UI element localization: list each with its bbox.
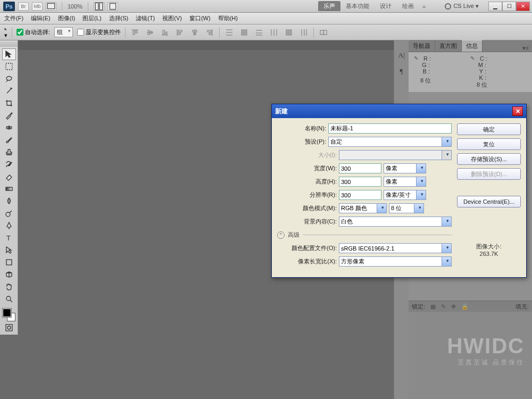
width-label: 宽度(W): bbox=[288, 164, 337, 172]
pen-tool[interactable] bbox=[2, 220, 16, 231]
auto-select-checkbox[interactable]: 自动选择: bbox=[16, 28, 50, 36]
preset-select[interactable]: 自定 bbox=[328, 137, 452, 147]
align-vcenter-icon[interactable] bbox=[145, 27, 155, 38]
menu-select[interactable]: 选择(S) bbox=[109, 14, 129, 22]
width-unit-select[interactable]: 像素 bbox=[384, 163, 426, 173]
menu-help[interactable]: 帮助(H) bbox=[218, 14, 238, 22]
auto-align-icon[interactable] bbox=[318, 27, 329, 38]
background-select[interactable]: 白色 bbox=[339, 217, 452, 227]
advanced-toggle[interactable]: ⌃ bbox=[277, 231, 285, 239]
lock-pixels-icon[interactable]: ✎ bbox=[441, 303, 446, 310]
menu-file[interactable]: 文件(F) bbox=[4, 14, 23, 22]
save-preset-button[interactable]: 存储预设(S)... bbox=[457, 153, 521, 165]
align-top-icon[interactable] bbox=[130, 27, 140, 38]
svg-text:T: T bbox=[6, 234, 11, 242]
device-central-button[interactable]: Device Central(E)... bbox=[457, 196, 521, 207]
resolution-unit-select[interactable]: 像素/英寸 bbox=[384, 190, 426, 200]
type-tool[interactable]: T bbox=[2, 232, 16, 244]
aspect-select[interactable]: 方形像素 bbox=[339, 256, 452, 267]
distribute-hcenter-icon[interactable] bbox=[284, 27, 294, 38]
height-input[interactable] bbox=[339, 177, 381, 187]
svg-rect-41 bbox=[323, 30, 327, 35]
panel-menu-icon[interactable]: ▾≡ bbox=[519, 45, 532, 52]
width-input[interactable] bbox=[339, 163, 381, 173]
hand-tool[interactable] bbox=[2, 281, 16, 293]
bridge-button[interactable]: Br bbox=[18, 2, 29, 11]
eraser-tool[interactable] bbox=[2, 171, 16, 182]
tab-navigator[interactable]: 导航器 bbox=[409, 40, 435, 52]
extras-button[interactable] bbox=[107, 2, 118, 11]
dialog-close-button[interactable]: ✕ bbox=[512, 106, 523, 116]
blur-tool[interactable] bbox=[2, 195, 16, 207]
workspace-item[interactable]: 基本功能 bbox=[340, 1, 375, 11]
menu-layer[interactable]: 图层(L) bbox=[82, 14, 101, 22]
arrange-button[interactable] bbox=[94, 2, 104, 11]
brush-tool[interactable] bbox=[2, 134, 16, 146]
distribute-bottom-icon[interactable] bbox=[254, 27, 264, 38]
auto-select-target[interactable]: 组 bbox=[54, 27, 73, 37]
heal-tool[interactable] bbox=[2, 122, 16, 134]
gradient-tool[interactable] bbox=[2, 183, 16, 195]
ps-logo: Ps bbox=[3, 2, 15, 11]
screen-mode-button[interactable] bbox=[46, 2, 56, 11]
wand-tool[interactable] bbox=[2, 85, 16, 97]
dodge-tool[interactable] bbox=[2, 207, 16, 219]
name-input[interactable] bbox=[328, 123, 452, 134]
distribute-right-icon[interactable] bbox=[298, 27, 309, 38]
path-select-tool[interactable] bbox=[2, 244, 16, 256]
menu-image[interactable]: 图像(I) bbox=[58, 14, 75, 22]
move-tool[interactable] bbox=[2, 48, 16, 60]
menu-filter[interactable]: 滤镜(T) bbox=[136, 14, 155, 22]
align-bottom-icon[interactable] bbox=[160, 27, 170, 38]
history-brush-tool[interactable] bbox=[2, 159, 16, 170]
distribute-vcenter-icon[interactable] bbox=[239, 27, 250, 38]
zoom-level[interactable]: 100% bbox=[68, 3, 82, 10]
ok-button[interactable]: 确定 bbox=[457, 123, 521, 135]
tab-histogram[interactable]: 直方图 bbox=[435, 40, 462, 52]
crop-tool[interactable] bbox=[2, 97, 16, 109]
height-unit-select[interactable]: 像素 bbox=[384, 177, 426, 187]
tab-info[interactable]: 信息 bbox=[462, 40, 483, 52]
lock-position-icon[interactable]: ✥ bbox=[451, 303, 456, 310]
show-transform-checkbox[interactable]: 显示变换控件 bbox=[77, 28, 121, 36]
align-right-icon[interactable] bbox=[204, 27, 215, 38]
profile-select[interactable]: sRGB IEC61966-2.1 bbox=[339, 243, 452, 253]
align-left-icon[interactable] bbox=[174, 27, 185, 38]
quickmask-tool[interactable] bbox=[2, 322, 16, 334]
svg-point-51 bbox=[6, 296, 11, 301]
colormode-select[interactable]: RGB 颜色 bbox=[339, 203, 387, 213]
menu-window[interactable]: 窗口(W) bbox=[189, 14, 211, 22]
workspace-item[interactable]: 绘画 bbox=[397, 1, 419, 11]
reset-button[interactable]: 复位 bbox=[457, 138, 521, 150]
align-hcenter-icon[interactable] bbox=[189, 27, 200, 38]
resolution-input[interactable] bbox=[339, 190, 381, 200]
maximize-button[interactable]: ☐ bbox=[502, 2, 516, 11]
distribute-left-icon[interactable] bbox=[269, 27, 279, 38]
color-swatches[interactable] bbox=[3, 309, 15, 321]
workspace-more-icon[interactable]: » bbox=[422, 3, 426, 10]
bitdepth-select[interactable]: 8 位 bbox=[389, 203, 424, 213]
lasso-tool[interactable] bbox=[2, 73, 16, 85]
lock-all-icon[interactable]: 🔒 bbox=[461, 303, 469, 310]
shape-tool[interactable] bbox=[2, 256, 16, 268]
panel-tabs: 导航器 直方图 信息 ▾≡ bbox=[409, 40, 532, 52]
eyedropper-tool[interactable] bbox=[2, 110, 16, 121]
toolbox-grip[interactable] bbox=[0, 41, 18, 47]
menu-edit[interactable]: 编辑(E) bbox=[31, 14, 51, 22]
distribute-top-icon[interactable] bbox=[224, 27, 235, 38]
minibridge-button[interactable]: Mb bbox=[32, 2, 43, 11]
lock-transparent-icon[interactable]: ▦ bbox=[430, 303, 436, 310]
cslive-button[interactable]: CS Live ▾ bbox=[445, 3, 479, 10]
zoom-tool[interactable] bbox=[2, 293, 16, 305]
workspace-item[interactable]: 乐声 bbox=[318, 1, 340, 11]
marquee-tool[interactable] bbox=[2, 61, 16, 72]
stamp-tool[interactable] bbox=[2, 146, 16, 158]
3d-tool[interactable] bbox=[2, 269, 16, 280]
menu-view[interactable]: 视图(V) bbox=[162, 14, 182, 22]
workspace-item[interactable]: 设计 bbox=[375, 1, 397, 11]
close-button[interactable]: ✕ bbox=[516, 2, 530, 11]
minimize-button[interactable]: ▁ bbox=[488, 2, 502, 11]
paragraph-panel-icon[interactable]: ¶ bbox=[400, 67, 403, 76]
character-panel-icon[interactable]: A| bbox=[398, 51, 405, 60]
dialog-titlebar[interactable]: 新建 ✕ bbox=[272, 104, 526, 118]
